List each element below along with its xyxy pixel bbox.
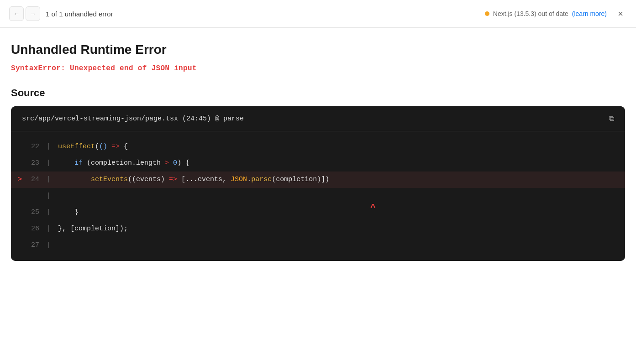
top-bar-right: Next.js (13.5.3) out of date (learn more…	[485, 7, 627, 20]
line-22-number: 22	[24, 140, 47, 153]
code-header: src/app/vercel-streaming-json/page.tsx (…	[11, 106, 625, 131]
error-title: Unhandled Runtime Error	[11, 42, 625, 57]
line-27-sep: |	[47, 239, 58, 252]
line-26-arrow	[11, 223, 24, 235]
caret-sep: |	[47, 190, 58, 203]
line-23-sep: |	[47, 157, 58, 170]
code-container: src/app/vercel-streaming-json/page.tsx (…	[11, 106, 625, 261]
error-overlay: ← → 1 of 1 unhandled error Next.js (13.5…	[0, 0, 636, 364]
caret-arrow	[11, 190, 24, 203]
top-bar: ← → 1 of 1 unhandled error Next.js (13.5…	[0, 0, 636, 28]
line-26-sep: |	[47, 223, 58, 235]
line-23-arrow	[11, 157, 24, 170]
line-24-sep: |	[47, 173, 58, 186]
line-24-code: setEvents((events) => [...events, JSON.p…	[58, 173, 614, 186]
forward-icon: →	[30, 10, 36, 17]
source-label: Source	[11, 87, 625, 99]
line-24-arrow: >	[11, 173, 24, 186]
line-23-code: if (completion.length > 0) {	[58, 157, 614, 170]
line-22-sep: |	[47, 140, 58, 153]
main-content: Unhandled Runtime Error SyntaxError: Une…	[0, 28, 636, 364]
nextjs-version-text: Next.js (13.5.3) out of date	[493, 10, 568, 17]
nav-forward-button[interactable]: →	[26, 6, 40, 21]
line-26-code: }, [completion]);	[58, 223, 614, 235]
line-22-code: useEffect(() => {	[58, 140, 614, 153]
close-button[interactable]: ×	[614, 7, 627, 20]
external-link-icon[interactable]: ⧉	[609, 114, 614, 123]
learn-more-link[interactable]: (learn more)	[572, 10, 607, 17]
error-message: SyntaxError: Unexpected end of JSON inpu…	[11, 64, 625, 73]
line-25-sep: |	[47, 206, 58, 219]
code-line-23: 23 | if (completion.length > 0) {	[11, 155, 625, 172]
caret-line-number	[24, 190, 47, 203]
code-line-25: 25 | }	[11, 204, 625, 221]
line-25-number: 25	[24, 206, 47, 219]
nav-buttons: ← →	[9, 6, 40, 21]
code-filepath: src/app/vercel-streaming-json/page.tsx (…	[22, 115, 244, 123]
line-26-number: 26	[24, 223, 47, 235]
line-25-arrow	[11, 206, 24, 219]
line-22-arrow	[11, 140, 24, 153]
error-count: 1 of 1 unhandled error	[46, 10, 113, 18]
top-bar-left: ← → 1 of 1 unhandled error	[9, 6, 113, 21]
line-25-code: }	[58, 206, 614, 219]
line-27-number: 27	[24, 239, 47, 252]
status-dot	[485, 11, 489, 16]
line-27-code	[58, 239, 614, 252]
line-27-arrow	[11, 239, 24, 252]
line-24-number: 24	[24, 173, 47, 186]
caret-line: | ^	[11, 188, 625, 204]
code-body: 22 | useEffect(() => { 23 | if (completi…	[11, 131, 625, 261]
code-line-22: 22 | useEffect(() => {	[11, 139, 625, 155]
nav-back-button[interactable]: ←	[9, 6, 24, 21]
back-icon: ←	[13, 10, 20, 17]
code-line-24: > 24 | setEvents((events) => [...events,…	[11, 172, 625, 188]
line-23-number: 23	[24, 157, 47, 170]
nextjs-badge: Next.js (13.5.3) out of date (learn more…	[485, 10, 607, 17]
code-line-27: 27 |	[11, 237, 625, 254]
code-line-26: 26 | }, [completion]);	[11, 221, 625, 237]
